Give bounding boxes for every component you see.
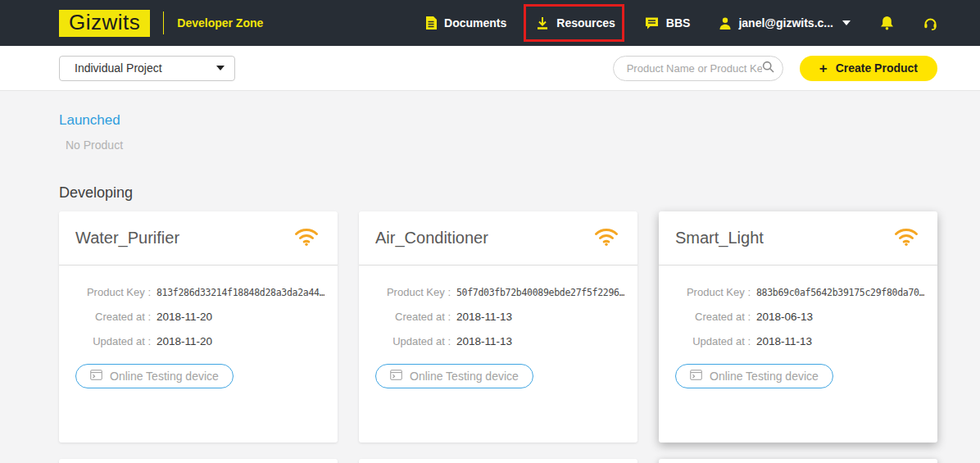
updated-at-value: 2018-11-13 xyxy=(756,335,812,347)
product-card-partial[interactable] xyxy=(359,459,637,463)
nav-bbs[interactable]: BBS xyxy=(645,16,691,30)
product-key-value: 813f286d33214f18848d28a3da2a44… xyxy=(157,287,324,298)
product-title: Water_Purifier xyxy=(75,229,179,247)
product-key-label: Product Key : xyxy=(372,286,451,298)
user-email: janel@gizwits.c... xyxy=(738,16,833,30)
select-caret-icon xyxy=(216,66,225,70)
card-header: Smart_Light xyxy=(659,211,937,266)
wifi-icon xyxy=(593,226,619,250)
resources-label: Resources xyxy=(556,16,615,30)
created-at-label: Created at : xyxy=(372,311,451,323)
headset-icon xyxy=(923,16,937,30)
search-input[interactable] xyxy=(627,62,762,75)
product-key-row: Product Key : 883b69c0af5642b39175c29f80… xyxy=(672,286,924,298)
online-testing-button[interactable]: Online Testing device xyxy=(75,364,234,388)
product-card-partial[interactable] xyxy=(659,459,937,463)
logo-text: Gizwits xyxy=(69,10,140,34)
card-body: Product Key : 50f7d03fb72b40089ebde27f5f… xyxy=(359,266,637,388)
online-testing-button[interactable]: Online Testing device xyxy=(375,364,533,388)
updated-at-row: Updated at : 2018-11-13 xyxy=(372,335,624,347)
updated-at-label: Updated at : xyxy=(372,335,451,347)
plus-icon: + xyxy=(819,61,828,75)
top-navbar: Gizwits Developer Zone Documents Resourc… xyxy=(0,0,980,46)
online-testing-label: Online Testing device xyxy=(410,370,519,383)
toolbar-actions: + Create Product xyxy=(613,56,937,81)
created-at-label: Created at : xyxy=(72,311,151,323)
documents-label: Documents xyxy=(444,16,506,30)
project-type-select[interactable]: Individual Project xyxy=(59,56,235,81)
developing-card-row: Water_Purifier Product Key : 813f286d332… xyxy=(59,211,937,443)
bbs-label: BBS xyxy=(666,16,691,30)
main-content: Launched No Product Developing Water_Pur… xyxy=(0,91,980,463)
product-key-label: Product Key : xyxy=(72,286,151,298)
search-icon[interactable] xyxy=(762,61,774,76)
created-at-value: 2018-11-13 xyxy=(456,311,512,323)
created-at-label: Created at : xyxy=(672,311,751,323)
product-key-row: Product Key : 813f286d33214f18848d28a3da… xyxy=(72,286,324,298)
nav-user-account[interactable]: janel@gizwits.c... xyxy=(719,16,851,30)
user-icon xyxy=(719,17,731,30)
nav-documents[interactable]: Documents xyxy=(425,16,506,30)
product-key-value: 50f7d03fb72b40089ebde27f5f2296… xyxy=(456,287,624,298)
launched-section-title: Launched xyxy=(59,112,937,129)
card-header: Air_Conditioner xyxy=(359,211,637,266)
developer-zone-label: Developer Zone xyxy=(177,16,263,30)
launched-empty-text: No Product xyxy=(66,138,937,152)
created-at-value: 2018-11-20 xyxy=(157,311,212,323)
support-button[interactable] xyxy=(923,16,937,30)
updated-at-row: Updated at : 2018-11-13 xyxy=(672,335,924,347)
notifications-button[interactable] xyxy=(880,16,894,30)
chat-bubble-icon xyxy=(645,17,659,30)
product-card-smart-light[interactable]: Smart_Light Product Key : 883b69c0af5642… xyxy=(659,211,937,443)
logo-divider xyxy=(163,11,164,34)
documents-icon xyxy=(425,16,437,30)
download-icon xyxy=(536,16,549,30)
product-key-label: Product Key : xyxy=(672,286,751,298)
wifi-icon xyxy=(893,226,919,250)
updated-at-value: 2018-11-13 xyxy=(456,335,512,347)
create-product-button[interactable]: + Create Product xyxy=(800,56,937,81)
updated-at-value: 2018-11-20 xyxy=(157,335,212,347)
product-search xyxy=(613,56,783,81)
card-body: Product Key : 883b69c0af5642b39175c29f80… xyxy=(659,266,937,388)
developing-section-title: Developing xyxy=(59,184,937,202)
product-key-row: Product Key : 50f7d03fb72b40089ebde27f5f… xyxy=(372,286,624,298)
online-testing-button[interactable]: Online Testing device xyxy=(675,364,833,388)
card-body: Product Key : 813f286d33214f18848d28a3da… xyxy=(59,266,338,388)
brand-area: Gizwits Developer Zone xyxy=(59,10,263,37)
created-at-row: Created at : 2018-11-20 xyxy=(72,311,324,323)
product-card-air-conditioner[interactable]: Air_Conditioner Product Key : 50f7d03fb7… xyxy=(359,211,637,443)
terminal-window-icon xyxy=(390,370,402,383)
card-header: Water_Purifier xyxy=(59,211,338,266)
wifi-icon xyxy=(293,226,320,250)
online-testing-label: Online Testing device xyxy=(710,370,819,383)
terminal-window-icon xyxy=(90,370,102,383)
created-at-value: 2018-06-13 xyxy=(756,311,813,323)
next-card-row-partial xyxy=(59,459,937,463)
nav-resources[interactable]: Resources xyxy=(536,16,615,30)
updated-at-label: Updated at : xyxy=(72,335,151,347)
created-at-row: Created at : 2018-11-13 xyxy=(372,311,624,323)
filter-toolbar: Individual Project + Create Product xyxy=(0,46,980,91)
project-type-value: Individual Project xyxy=(75,61,216,75)
create-product-label: Create Product xyxy=(836,61,918,75)
online-testing-label: Online Testing device xyxy=(110,370,219,383)
terminal-window-icon xyxy=(690,370,702,383)
bell-icon xyxy=(880,16,894,30)
product-card-water-purifier[interactable]: Water_Purifier Product Key : 813f286d332… xyxy=(59,211,338,443)
created-at-row: Created at : 2018-06-13 xyxy=(672,311,924,323)
chevron-down-icon xyxy=(842,20,851,25)
gizwits-logo[interactable]: Gizwits xyxy=(59,10,150,37)
product-key-value: 883b69c0af5642b39175c29f80da70… xyxy=(756,287,924,298)
navbar-menu: Documents Resources BBS janel@gizwits.c.… xyxy=(425,16,937,30)
product-title: Air_Conditioner xyxy=(375,229,488,247)
updated-at-label: Updated at : xyxy=(672,335,751,347)
product-card-partial[interactable] xyxy=(59,459,338,463)
product-title: Smart_Light xyxy=(675,229,764,247)
updated-at-row: Updated at : 2018-11-20 xyxy=(72,335,324,347)
